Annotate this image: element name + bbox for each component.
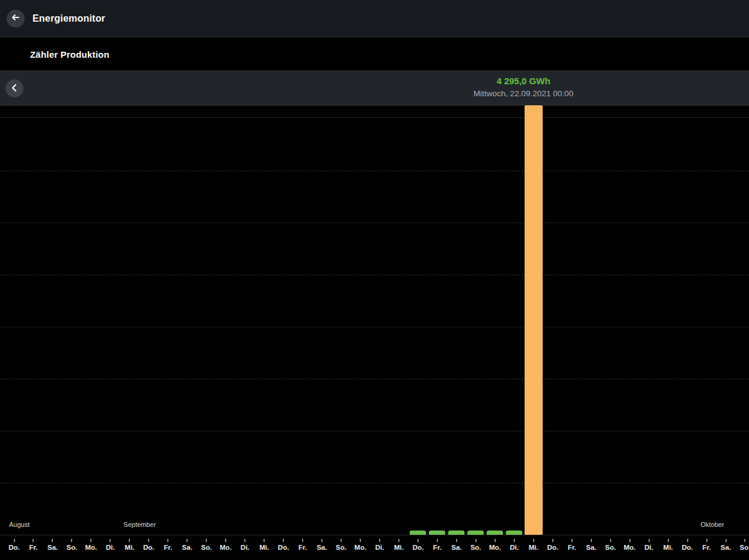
axis-day-label: Di.	[375, 544, 384, 551]
axis-day-label: Sa.	[48, 544, 58, 551]
gridline-minor	[0, 482, 749, 484]
axis-day-label: Sa.	[316, 544, 327, 551]
axis-day-label: Sa.	[182, 544, 193, 551]
gridline-major	[0, 223, 749, 223]
axis-day-label: Fr.	[298, 544, 307, 551]
axis-tick	[514, 539, 515, 542]
axis-day-label: Do.	[413, 544, 424, 551]
axis-day-label: So.	[740, 544, 749, 551]
app-header: Energiemonitor	[0, 0, 749, 37]
axis-tick	[379, 539, 380, 542]
gridline-minor	[0, 170, 749, 171]
gridline-minor	[0, 274, 749, 275]
axis-tick	[418, 539, 419, 542]
axis-day-label: Mo.	[624, 544, 636, 551]
axis-tick	[610, 539, 611, 542]
bar[interactable]	[506, 531, 522, 535]
axis-day-label: Di.	[644, 544, 653, 551]
bar[interactable]	[467, 531, 484, 535]
axis-tick	[321, 539, 322, 542]
axis-tick	[726, 539, 727, 542]
axis-tick	[167, 539, 168, 542]
axis-day-label: Do.	[143, 544, 155, 551]
axis-day-label: So.	[66, 544, 77, 551]
bar[interactable]	[448, 531, 464, 535]
axis-tick	[206, 539, 207, 542]
month-label: August	[9, 521, 29, 528]
axis-tick	[186, 539, 188, 542]
axis-tick	[687, 539, 688, 542]
chevron-left-icon	[10, 84, 19, 94]
x-axis: Do.Fr.Sa.So.Mo.Di.Mi.Do.Fr.Sa.So.Mo.Di.M…	[0, 536, 749, 560]
prev-period-button[interactable]	[5, 79, 23, 97]
axis-tick	[52, 539, 53, 542]
gridline-major	[0, 431, 749, 431]
axis-tick	[495, 539, 496, 542]
axis-day-label: Di.	[241, 544, 250, 551]
bar[interactable]	[410, 531, 426, 535]
axis-tick	[744, 539, 745, 542]
axis-day-label: Fr.	[433, 544, 442, 551]
axis-tick	[32, 539, 34, 542]
axis-tick	[552, 539, 553, 542]
axis-tick	[706, 539, 707, 542]
energiemonitor-app: Energiemonitor Zähler Produktion 4 295,0…	[0, 0, 749, 560]
axis-day-label: Mo.	[489, 544, 501, 551]
axis-tick	[649, 539, 650, 542]
axis-tick	[302, 539, 303, 542]
axis-day-label: Mo.	[354, 544, 366, 551]
axis-tick	[148, 539, 149, 542]
tooltip-value: 4 295,0 GWh	[473, 75, 573, 87]
axis-day-label: Fr.	[568, 544, 576, 551]
bar[interactable]	[487, 531, 503, 535]
axis-day-label: Fr.	[702, 544, 710, 551]
bar-selected[interactable]	[525, 105, 543, 535]
axis-day-label: Sa.	[451, 544, 461, 551]
axis-day-label: Do.	[8, 544, 20, 551]
axis-day-label: So.	[605, 544, 616, 551]
axis-day-label: So.	[201, 544, 212, 551]
axis-tick	[398, 539, 399, 542]
arrow-left-icon	[11, 13, 20, 24]
axis-day-label: Sa.	[721, 544, 731, 551]
axis-day-label: Fr.	[29, 544, 37, 551]
axis-tick	[244, 539, 245, 542]
axis-day-label: Do.	[278, 544, 289, 551]
axis-tick	[283, 539, 284, 542]
axis-tick	[341, 539, 342, 542]
month-label: September	[123, 521, 156, 528]
axis-day-label: Di.	[106, 544, 115, 551]
axis-tick	[533, 539, 534, 542]
axis-day-label: Do.	[547, 544, 558, 551]
axis-tick	[629, 539, 630, 542]
section-title: Zähler Produktion	[30, 49, 109, 60]
axis-tick	[129, 539, 130, 542]
axis-day-label: So.	[470, 544, 481, 551]
section-strip: Zähler Produktion	[0, 38, 749, 70]
axis-tick	[90, 539, 91, 542]
axis-tick	[475, 539, 476, 542]
axis-tick	[14, 539, 15, 542]
bar-chart[interactable]: AugustSeptemberOktober	[0, 106, 749, 535]
axis-day-label: Mo.	[85, 544, 97, 551]
bar[interactable]	[429, 531, 445, 535]
axis-tick	[456, 539, 457, 542]
axis-day-label: Mo.	[220, 544, 232, 551]
month-label: Oktober	[701, 521, 724, 528]
page-title: Energiemonitor	[32, 13, 105, 24]
axis-tick	[360, 539, 361, 542]
axis-day-label: Do.	[682, 544, 693, 551]
axis-day-label: Mi.	[664, 544, 673, 551]
gridline-major	[0, 117, 749, 118]
chart-toolbar: 4 295,0 GWh Mittwoch, 22.09.2021 00:00	[0, 70, 749, 106]
axis-day-label: Sa.	[586, 544, 596, 551]
selection-tooltip: 4 295,0 GWh Mittwoch, 22.09.2021 00:00	[473, 75, 573, 100]
axis-day-label: Mi.	[259, 544, 269, 551]
axis-tick	[109, 539, 111, 542]
back-button[interactable]	[7, 10, 25, 28]
gridline-major	[0, 327, 749, 327]
axis-tick	[591, 539, 592, 542]
axis-tick	[71, 539, 72, 542]
axis-day-label: Mi.	[125, 544, 134, 551]
axis-day-label: Fr.	[164, 544, 172, 551]
